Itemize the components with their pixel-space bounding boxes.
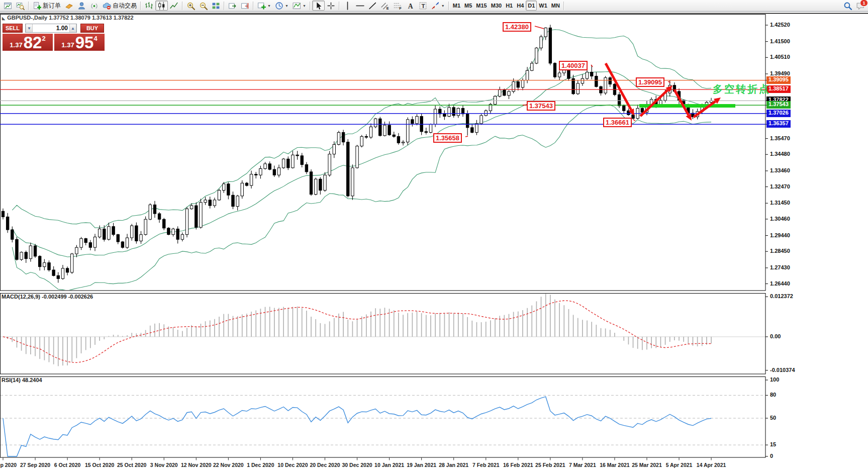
search-button[interactable] [841, 1, 854, 11]
line-chart-button[interactable] [168, 1, 180, 11]
panel-toggle-icon[interactable]: ◣ [2, 16, 5, 21]
price-annotation-label[interactable]: 1.40037 [559, 61, 588, 70]
candle-chart-icon [157, 2, 166, 10]
timeframe-m15[interactable]: M15 [474, 1, 489, 11]
zoom-out-button[interactable] [197, 1, 210, 11]
bar-chart-icon [145, 2, 153, 10]
dropdown-arrow-icon[interactable]: ▼ [441, 4, 445, 8]
timeframe-w1[interactable]: W1 [537, 1, 549, 11]
timeframe-h1[interactable]: H1 [504, 1, 515, 11]
trendline-button[interactable] [366, 1, 379, 11]
new-order-button[interactable]: 新订单 [31, 1, 63, 11]
rsi-indicator-label: RSI(14) 48.2404 [2, 377, 42, 383]
timeframe-m30[interactable]: M30 [489, 1, 504, 11]
rsi-line [3, 397, 711, 456]
tile-windows-button[interactable] [210, 1, 222, 11]
sell-price-sup: 2 [42, 35, 45, 42]
new-order-icon [33, 2, 41, 10]
signals-icon[interactable] [88, 1, 101, 11]
price-axis-tick: 1.40510 [770, 54, 790, 60]
timeframe-m5[interactable]: M5 [462, 1, 474, 11]
timeframe-m1[interactable]: M1 [451, 1, 462, 11]
timeframe-mn[interactable]: MN [549, 1, 562, 11]
text-label-button[interactable]: T [417, 1, 429, 11]
fibonacci-icon: F [394, 2, 402, 10]
price-axis-tick: 1.32470 [770, 183, 790, 189]
chart-window-icon[interactable] [2, 1, 14, 11]
toolbar-separator [339, 2, 340, 10]
new-chart-button[interactable]: ▼ [255, 1, 273, 11]
chart-shift-icon [241, 2, 249, 10]
chart-title-text: GBPUSD-,Daily 1.37752 1.38079 1.37613 1.… [7, 15, 133, 21]
zoom-in-button[interactable] [184, 1, 197, 11]
buy-price[interactable]: 1.37954 [54, 34, 105, 51]
fibonacci-button[interactable]: F [392, 1, 404, 11]
toolbar-separator [253, 2, 254, 10]
price-level-badge: 1.37026 [766, 110, 791, 117]
price-annotation-label[interactable]: 1.42380 [503, 22, 531, 32]
autotrade-button-label: 自动交易 [113, 2, 137, 10]
macd-axis-tick: 0.012372 [770, 293, 793, 299]
trend-arrows [606, 63, 721, 121]
community-icon[interactable] [75, 1, 88, 11]
chart-window-icon [4, 2, 12, 10]
sell-button[interactable]: SELL [3, 24, 23, 33]
toolbar-separator [140, 2, 141, 10]
indicators-button[interactable]: ▼ [291, 1, 308, 11]
crosshair-icon [327, 2, 335, 10]
signals-icon [90, 2, 99, 10]
dropdown-arrow-icon[interactable]: ▼ [303, 4, 306, 8]
price-level-badge: 1.37543 [766, 101, 791, 109]
rsi-axis-tick: 80 [770, 392, 776, 398]
price-axis-tick: 1.35470 [770, 135, 790, 141]
volume-decrease-button[interactable]: ▼ [26, 24, 33, 32]
toolbar-separator [448, 2, 449, 10]
chart-canvas[interactable] [0, 0, 868, 474]
toolbar-separator [224, 2, 225, 10]
new-chart-icon [257, 2, 266, 10]
candle-chart-button[interactable] [155, 1, 168, 11]
svg-text:A: A [408, 2, 413, 10]
price-annotation-label[interactable]: 1.36661 [603, 118, 632, 127]
macd-axis-tick: 0.00 [770, 333, 781, 339]
vertical-line-button[interactable] [341, 1, 354, 11]
date-axis-ticks [3, 458, 711, 460]
dropdown-arrow-icon[interactable]: ▼ [267, 4, 271, 8]
text-button[interactable]: A [404, 1, 417, 11]
price-axis-tick: 1.29440 [770, 232, 790, 238]
rsi-axis-tick: 15 [770, 441, 776, 447]
vertical-line-icon [343, 2, 352, 10]
sell-price[interactable]: 1.37822 [3, 34, 53, 51]
data-window-icon[interactable] [14, 1, 27, 11]
auto-scroll-button[interactable] [226, 1, 239, 11]
market-icon[interactable] [63, 1, 75, 11]
channel-button[interactable]: E [379, 1, 392, 11]
horizontal-line-button[interactable] [354, 1, 366, 11]
dropdown-arrow-icon[interactable]: ▼ [285, 4, 288, 8]
volume-increase-button[interactable]: ▲ [69, 24, 76, 32]
bar-chart-button[interactable] [143, 1, 155, 11]
price-axis-tick: 1.42520 [770, 22, 790, 28]
timeframe-h4[interactable]: H4 [515, 1, 526, 11]
profiles-button[interactable]: ▼ [273, 1, 291, 11]
crosshair-button[interactable] [325, 1, 337, 11]
price-annotation-label[interactable]: 1.39095 [636, 77, 664, 87]
buy-price-sup: 4 [93, 35, 97, 42]
chart-shift-button[interactable] [239, 1, 251, 11]
autotrade-button[interactable]: 自动交易 [101, 1, 139, 11]
price-annotation-label[interactable]: 1.37543 [527, 101, 555, 111]
price-axis-tick: 1.41500 [770, 38, 790, 44]
macd-histogram [3, 294, 711, 366]
price-annotation-label[interactable]: 1.35658 [433, 133, 462, 143]
price-level-badge: 1.36357 [766, 120, 791, 128]
arrows-button[interactable]: ▼ [429, 1, 447, 11]
autotrade-icon [103, 2, 111, 10]
cursor-button[interactable] [312, 1, 325, 11]
price-axis-tick: 1.33460 [770, 167, 790, 173]
volume-input[interactable] [33, 24, 69, 32]
turning-point-annotation: 多空转折点 [713, 82, 770, 96]
buy-button[interactable]: BUY [80, 24, 104, 33]
notifications-button[interactable]: 1 [854, 1, 866, 11]
svg-text:F: F [399, 6, 402, 10]
timeframe-d1[interactable]: D1 [526, 1, 537, 11]
